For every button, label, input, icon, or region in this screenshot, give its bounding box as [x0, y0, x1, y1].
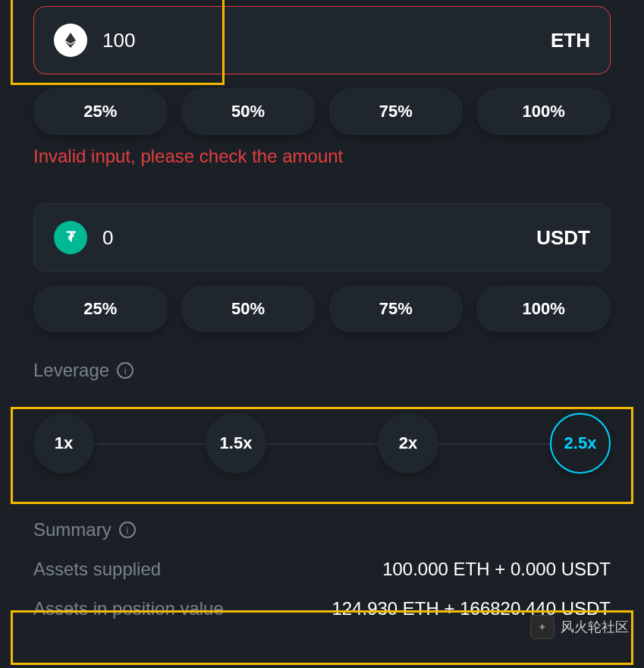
error-message: Invalid input, please check the amount: [33, 146, 611, 167]
assets-supplied-label: Assets supplied: [33, 559, 161, 580]
eth-input-value: 100: [102, 29, 135, 52]
pct-75-button[interactable]: 75%: [329, 88, 463, 135]
assets-supplied-value: 100.000 ETH + 0.000 USDT: [382, 559, 611, 580]
eth-input-left: 100: [54, 24, 135, 57]
leverage-2x-button[interactable]: 2x: [378, 413, 438, 474]
pct-25-button[interactable]: 25%: [33, 88, 168, 135]
watermark-text: 风火轮社区: [561, 618, 629, 636]
usdt-input-value: 0: [102, 226, 113, 250]
leverage-1-5x-button[interactable]: 1.5x: [206, 413, 266, 474]
leverage-label-text: Leverage: [33, 360, 109, 381]
usdt-symbol: USDT: [536, 226, 590, 250]
pct-50-button[interactable]: 50%: [181, 88, 316, 135]
leverage-line: [64, 443, 580, 445]
usdt-icon: ₮: [54, 221, 87, 254]
eth-percent-row: 25% 50% 75% 100%: [33, 88, 611, 135]
usdt-percent-row: 25% 50% 75% 100%: [33, 285, 611, 332]
wechat-icon: ✦: [530, 615, 554, 639]
svg-text:₮: ₮: [66, 229, 76, 244]
summary-label: Summary i: [33, 519, 611, 540]
pct-100-button-2[interactable]: 100%: [476, 285, 611, 332]
eth-input-box[interactable]: 100 ETH: [33, 6, 611, 74]
assets-in-position-label: Assets in position value: [33, 598, 224, 619]
pct-100-button[interactable]: 100%: [476, 88, 611, 135]
pct-25-button-2[interactable]: 25%: [33, 285, 168, 332]
leverage-selector: 1x 1.5x 2x 2.5x: [33, 395, 611, 492]
assets-in-position-row: Assets in position value 124.930 ETH + 1…: [33, 598, 611, 619]
eth-symbol: ETH: [551, 29, 590, 52]
leverage-2-5x-button[interactable]: 2.5x: [550, 413, 611, 474]
ethereum-icon: [54, 24, 87, 57]
summary-label-text: Summary: [33, 519, 112, 540]
assets-supplied-row: Assets supplied 100.000 ETH + 0.000 USDT: [33, 559, 611, 580]
pct-50-button-2[interactable]: 50%: [181, 285, 316, 332]
usdt-input-left: ₮ 0: [54, 221, 113, 254]
usdt-input-box[interactable]: ₮ 0 USDT: [33, 203, 611, 272]
info-icon[interactable]: i: [117, 362, 134, 379]
info-icon[interactable]: i: [119, 521, 136, 538]
leverage-1x-button[interactable]: 1x: [33, 413, 94, 474]
leverage-label: Leverage i: [33, 360, 611, 381]
watermark: ✦ 风火轮社区: [530, 615, 629, 639]
pct-75-button-2[interactable]: 75%: [329, 285, 463, 332]
